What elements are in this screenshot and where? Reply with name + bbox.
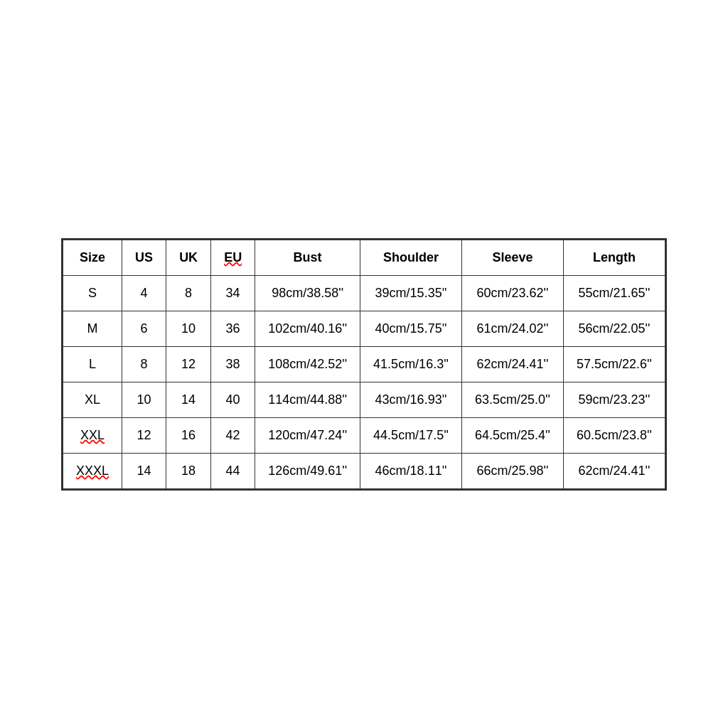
cell-length: 57.5cm/22.6'' [563,346,665,382]
cell-eu: 38 [211,346,255,382]
cell-shoulder: 43cm/16.93'' [360,382,462,417]
cell-sleeve: 63.5cm/25.0'' [462,382,564,417]
cell-bust: 126cm/49.61'' [255,453,360,488]
header-uk: UK [166,240,211,275]
cell-size: XXXL [63,453,122,488]
size-chart-table: Size US UK EU Bust Shoulder Sleeve Lengt… [63,240,665,489]
cell-us: 4 [122,275,166,311]
header-sleeve: Sleeve [462,240,564,275]
cell-sleeve: 61cm/24.02'' [462,311,564,346]
cell-uk: 8 [166,275,211,311]
header-length: Length [563,240,665,275]
cell-shoulder: 46cm/18.11'' [360,453,462,488]
cell-sleeve: 60cm/23.62'' [462,275,564,311]
cell-sleeve: 66cm/25.98'' [462,453,564,488]
cell-uk: 10 [166,311,211,346]
header-size: Size [63,240,122,275]
cell-size: M [63,311,122,346]
cell-bust: 120cm/47.24'' [255,417,360,453]
table-row: M 6 10 36 102cm/40.16'' 40cm/15.75'' 61c… [63,311,665,346]
cell-sleeve: 64.5cm/25.4'' [462,417,564,453]
cell-us: 8 [122,346,166,382]
table-row: XXL 12 16 42 120cm/47.24'' 44.5cm/17.5''… [63,417,665,453]
header-eu: EU [211,240,255,275]
cell-us: 12 [122,417,166,453]
cell-shoulder: 39cm/15.35'' [360,275,462,311]
header-us: US [122,240,166,275]
cell-bust: 98cm/38.58'' [255,275,360,311]
cell-uk: 16 [166,417,211,453]
cell-size: S [63,275,122,311]
header-shoulder: Shoulder [360,240,462,275]
table-row: XXXL 14 18 44 126cm/49.61'' 46cm/18.11''… [63,453,665,488]
cell-bust: 108cm/42.52'' [255,346,360,382]
table-row: S 4 8 34 98cm/38.58'' 39cm/15.35'' 60cm/… [63,275,665,311]
cell-us: 6 [122,311,166,346]
cell-eu: 34 [211,275,255,311]
cell-size: XXL [63,417,122,453]
cell-length: 62cm/24.41'' [563,453,665,488]
cell-us: 14 [122,453,166,488]
cell-length: 56cm/22.05'' [563,311,665,346]
cell-shoulder: 41.5cm/16.3'' [360,346,462,382]
cell-length: 59cm/23.23'' [563,382,665,417]
cell-uk: 18 [166,453,211,488]
cell-size: L [63,346,122,382]
cell-eu: 40 [211,382,255,417]
cell-bust: 102cm/40.16'' [255,311,360,346]
table-row: L 8 12 38 108cm/42.52'' 41.5cm/16.3'' 62… [63,346,665,382]
cell-uk: 12 [166,346,211,382]
size-chart-container: Size US UK EU Bust Shoulder Sleeve Lengt… [61,238,667,491]
cell-shoulder: 40cm/15.75'' [360,311,462,346]
table-row: XL 10 14 40 114cm/44.88'' 43cm/16.93'' 6… [63,382,665,417]
cell-length: 60.5cm/23.8'' [563,417,665,453]
cell-bust: 114cm/44.88'' [255,382,360,417]
cell-sleeve: 62cm/24.41'' [462,346,564,382]
cell-uk: 14 [166,382,211,417]
cell-shoulder: 44.5cm/17.5'' [360,417,462,453]
cell-eu: 36 [211,311,255,346]
table-header-row: Size US UK EU Bust Shoulder Sleeve Lengt… [63,240,665,275]
cell-eu: 42 [211,417,255,453]
header-bust: Bust [255,240,360,275]
cell-us: 10 [122,382,166,417]
cell-eu: 44 [211,453,255,488]
cell-length: 55cm/21.65'' [563,275,665,311]
cell-size: XL [63,382,122,417]
